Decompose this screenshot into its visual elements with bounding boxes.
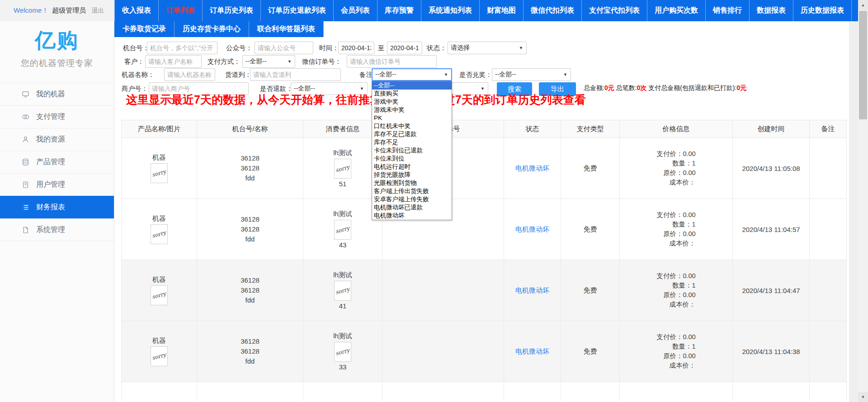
order-no-cell <box>382 260 504 321</box>
created-time: 2020/4/13 11:04:57 <box>733 199 810 260</box>
nav-tab-sales-rank[interactable]: 销售排行 <box>706 0 750 21</box>
dropdown-option[interactable]: PK <box>372 114 452 122</box>
pay-method-select-value: --全部-- <box>245 57 267 66</box>
consumer-id: 43 <box>339 241 347 249</box>
pay-method-label: 支付方式： <box>208 55 241 68</box>
dropdown-option[interactable]: 掉货光眼故障 <box>372 171 452 179</box>
time-to-label: 至 <box>378 42 385 54</box>
scrollbar-thumb[interactable] <box>859 11 867 119</box>
sidebar-item-payment[interactable]: 支付管理 <box>0 105 114 128</box>
consumer-name: lh测试 <box>333 271 352 279</box>
table-row-partial <box>122 382 847 400</box>
dropdown-option[interactable]: 光眼检测到货物 <box>372 179 452 187</box>
table-row: 机器sorry 3612836128fdd lh测试sorry41 电机微动坏 … <box>122 260 847 321</box>
scroll-down-arrow[interactable]: ▼ <box>858 392 868 402</box>
consumer-name: lh测试 <box>333 210 352 218</box>
broken-image-placeholder: sorry <box>151 346 168 366</box>
broken-image-placeholder: sorry <box>151 285 168 305</box>
customer-input[interactable] <box>145 55 202 68</box>
nav-tab-order-history[interactable]: 订单历史列表 <box>203 0 261 21</box>
nav-tab-order-history-refund[interactable]: 订单历史退款列表 <box>261 0 334 21</box>
nav-tab-history-data-report[interactable]: 历史数据报表 <box>793 0 852 21</box>
machine-name-label: 机器名称： <box>122 68 155 81</box>
status-link[interactable]: 电机微动坏 <box>515 347 549 355</box>
dropdown-option[interactable]: 客户端上传出货失败 <box>372 187 452 195</box>
subtab-history-stock-coupon-center[interactable]: 历史存货卡券中心 <box>175 21 249 37</box>
dropdown-option[interactable]: 电机微动坏已退款 <box>372 203 452 212</box>
sidebar-item-label: 系统管理 <box>36 225 65 235</box>
sidebar-item-label: 用户管理 <box>36 180 65 189</box>
dropdown-option[interactable]: 直接购买 <box>372 90 452 98</box>
nav-tab-stock-warning[interactable]: 库存预警 <box>377 0 421 21</box>
col-created: 创建时间 <box>733 120 810 138</box>
order-no-cell <box>382 321 504 382</box>
channel-label: 货道列： <box>225 68 251 81</box>
status-label: 状态： <box>427 42 447 54</box>
table-row: 机器sorry 3612836128fdd lh测试sorry33 电机微动坏 … <box>122 321 847 382</box>
dropdown-option[interactable]: 游戏未中奖 <box>372 106 452 114</box>
nav-tab-alipay-deduct[interactable]: 支付宝代扣列表 <box>582 0 647 21</box>
status-select[interactable]: 请选择 ▼ <box>448 42 527 54</box>
channel-input[interactable] <box>250 68 341 81</box>
dropdown-option[interactable]: 安卓客户端上传失败 <box>372 195 452 203</box>
nav-tab-wechat-deduct[interactable]: 微信代扣列表 <box>524 0 582 21</box>
remark-select[interactable]: --全部-- ▼ <box>372 68 452 81</box>
sidebar-item-label: 产品管理 <box>36 157 65 167</box>
wechat-order-input[interactable] <box>347 55 437 68</box>
dropdown-option[interactable]: --全部-- <box>372 81 452 90</box>
time-from-input[interactable] <box>338 42 374 54</box>
total-count-value: 0次 <box>637 84 646 91</box>
sidebar-item-resources[interactable]: 我的资源 <box>0 128 114 151</box>
dropdown-option[interactable]: 卡位未到位已退款 <box>372 147 452 155</box>
nav-tab-system-notice[interactable]: 系统通知列表 <box>421 0 480 21</box>
product-name: 机器 <box>152 275 166 284</box>
nav-tab-order-list[interactable]: 订单列表 <box>159 0 203 21</box>
created-time: 2020/4/13 11:05:08 <box>733 138 810 199</box>
col-pay-type: 支付类型 <box>561 120 620 138</box>
time-to-input[interactable] <box>387 42 422 54</box>
dropdown-option[interactable]: 卡位未到位 <box>372 155 452 163</box>
dropdown-option[interactable]: 游戏中奖 <box>372 98 452 106</box>
nav-tab-data-report[interactable]: 数据报表 <box>750 0 793 21</box>
subtab-unilever-quiz-list[interactable]: 联合利华答题列表 <box>249 21 324 37</box>
payment-icon <box>22 113 29 121</box>
status-link[interactable]: 电机微动坏 <box>515 286 549 294</box>
dropdown-option[interactable]: 口红机未中奖 <box>372 122 452 130</box>
pay-method-select[interactable]: --全部-- ▼ <box>242 55 295 68</box>
public-no-label: 公众号： <box>226 42 252 54</box>
subtab-coupon-pickup-record[interactable]: 卡券取货记录 <box>114 21 175 37</box>
dropdown-option[interactable]: 库存不足 <box>372 138 452 147</box>
nav-tab-user-purchase-count[interactable]: 用户购买次数 <box>647 0 706 21</box>
broken-image-placeholder: sorry <box>334 159 351 179</box>
dropdown-option[interactable]: 电机微动坏 <box>372 212 452 220</box>
consumer-id: 41 <box>339 302 347 310</box>
machine-name-input[interactable] <box>164 68 215 81</box>
nav-tab-members[interactable]: 会员列表 <box>334 0 377 21</box>
nav-tab-wealth-map[interactable]: 财富地图 <box>480 0 524 21</box>
notebook-icon <box>22 181 29 189</box>
sidebar-item-system[interactable]: 系统管理 <box>0 218 114 241</box>
wechat-order-label: 微信订单号： <box>302 55 341 68</box>
table-row: 机器sorry 3612836128fdd lh测试sorry43 电机微动坏 … <box>122 199 847 260</box>
sidebar-item-finance-reports[interactable]: 财务报表 <box>0 196 114 218</box>
nav-tab-income-report[interactable]: 收入报表 <box>114 0 159 21</box>
top-nav: 收入报表 订单列表 订单历史列表 订单历史退款列表 会员列表 库存预警 系统通知… <box>114 0 858 21</box>
dropdown-option[interactable]: 库存不足已退款 <box>372 130 452 138</box>
pay-total-label: 支付总金额(包括退款和已打款): <box>648 84 736 91</box>
sidebar-header: Welcome！ 超级管理员 退出 <box>0 0 114 21</box>
file-icon <box>22 226 29 234</box>
redeem-select[interactable]: --全部-- ▼ <box>492 68 571 81</box>
sidebar-item-my-machines[interactable]: 我的机器 <box>0 83 114 105</box>
sidebar-item-products[interactable]: 产品管理 <box>0 151 114 173</box>
sidebar-item-users[interactable]: 用户管理 <box>0 173 114 196</box>
machine-no-label: 机台号： <box>123 42 149 54</box>
machine-no-input[interactable] <box>147 42 217 54</box>
pay-type-cell: 免费 <box>561 321 620 382</box>
public-no-input[interactable] <box>255 42 313 54</box>
status-link[interactable]: 电机微动坏 <box>515 164 549 172</box>
status-select-value: 请选择 <box>451 44 470 52</box>
scroll-up-arrow[interactable]: ▲ <box>858 0 868 10</box>
dropdown-option[interactable]: 电机运行超时 <box>372 163 452 171</box>
logout-link[interactable]: 退出 <box>91 7 104 15</box>
status-link[interactable]: 电机微动坏 <box>515 225 549 233</box>
